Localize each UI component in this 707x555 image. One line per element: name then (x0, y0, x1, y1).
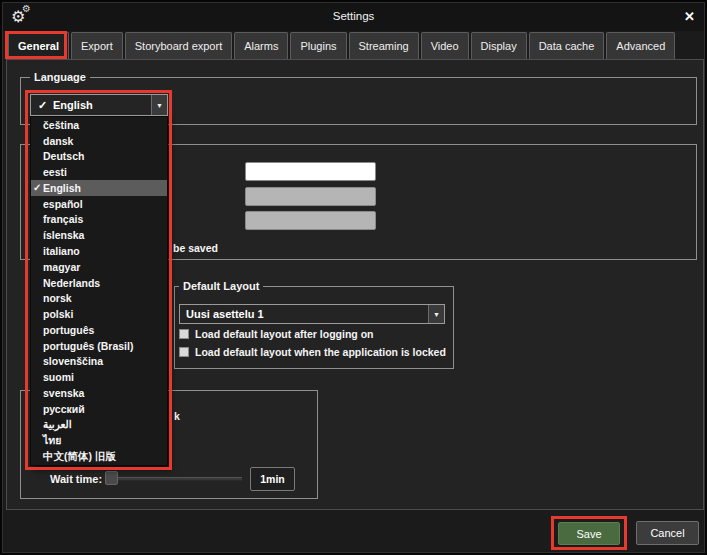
wait-time-slider-track[interactable] (118, 477, 242, 481)
chevron-down-icon[interactable]: ▼ (151, 95, 167, 115)
save-button[interactable]: Save (558, 522, 620, 545)
tab-video[interactable]: Video (421, 32, 469, 59)
close-icon[interactable]: ✕ (684, 9, 695, 24)
checkbox-icon[interactable] (179, 329, 189, 339)
default-layout-group-label: Default Layout (179, 280, 263, 292)
tab-general[interactable]: General (8, 32, 69, 59)
language-option[interactable]: русский (31, 401, 167, 417)
language-option[interactable]: suomi (31, 369, 167, 385)
wait-time-value: 1min (250, 467, 295, 491)
tab-display[interactable]: Display (471, 32, 527, 59)
language-option-list: čeština dansk Deutsch eesti ✓English esp… (30, 116, 168, 466)
language-option[interactable]: português (Brasil) (31, 338, 167, 354)
selected-checkmark-icon: ✓ (38, 99, 47, 112)
checkmark-icon: ✓ (33, 182, 41, 193)
tab-storyboard-export[interactable]: Storyboard export (125, 32, 232, 59)
language-option[interactable]: español (31, 196, 167, 212)
load-layout-when-locked-checkbox[interactable]: Load default layout when the application… (179, 346, 446, 358)
wait-time-slider-thumb[interactable] (105, 471, 118, 485)
language-dropdown[interactable]: ✓ English ▼ (30, 94, 168, 116)
language-option[interactable]: magyar (31, 259, 167, 275)
language-option[interactable]: 中文(简体) 旧版 (31, 449, 167, 465)
language-option[interactable]: polski (31, 306, 167, 322)
language-option[interactable]: íslenska (31, 227, 167, 243)
tab-plugins[interactable]: Plugins (290, 32, 346, 59)
text-field-1[interactable] (245, 162, 376, 181)
language-option[interactable]: français (31, 212, 167, 228)
language-option[interactable]: Deutsch (31, 149, 167, 165)
language-option[interactable]: svenska (31, 385, 167, 401)
language-option[interactable]: eesti (31, 164, 167, 180)
language-option[interactable]: العربية (31, 417, 167, 433)
partially-hidden-text: be saved (173, 242, 218, 254)
tab-advanced[interactable]: Advanced (606, 32, 675, 59)
chevron-down-icon[interactable]: ▼ (428, 305, 444, 323)
partially-hidden-text: k (174, 410, 180, 422)
load-layout-after-logon-checkbox[interactable]: Load default layout after logging on (179, 328, 374, 340)
language-option[interactable]: ไทย (31, 432, 167, 449)
text-field-3-disabled (245, 211, 376, 230)
wait-time-label: Wait time: (50, 473, 102, 485)
language-option[interactable]: norsk (31, 290, 167, 306)
title-bar: ⚙⚙ Settings ✕ (3, 3, 704, 31)
language-dropdown-value: English (53, 95, 93, 115)
language-option[interactable]: dansk (31, 133, 167, 149)
tab-data-cache[interactable]: Data cache (529, 32, 605, 59)
language-group-label: Language (30, 71, 90, 83)
window-title: Settings (3, 10, 704, 22)
text-field-2-disabled (245, 187, 376, 206)
cancel-button[interactable]: Cancel (636, 521, 699, 545)
language-option-selected[interactable]: ✓English (31, 180, 167, 196)
tab-export[interactable]: Export (71, 32, 123, 59)
default-layout-dropdown-value: Uusi asettelu 1 (186, 305, 264, 323)
language-option[interactable]: português (31, 322, 167, 338)
tab-bar: General Export Storyboard export Alarms … (8, 32, 675, 59)
settings-dialog: ⚙⚙ Settings ✕ General Export Storyboard … (0, 0, 707, 555)
default-layout-dropdown[interactable]: Uusi asettelu 1 ▼ (179, 304, 445, 324)
language-option[interactable]: italiano (31, 243, 167, 259)
language-option[interactable]: Nederlands (31, 275, 167, 291)
language-option[interactable]: slovenščina (31, 353, 167, 369)
tab-streaming[interactable]: Streaming (349, 32, 419, 59)
tab-alarms[interactable]: Alarms (234, 32, 288, 59)
language-option[interactable]: čeština (31, 117, 167, 133)
checkbox-icon[interactable] (179, 347, 189, 357)
